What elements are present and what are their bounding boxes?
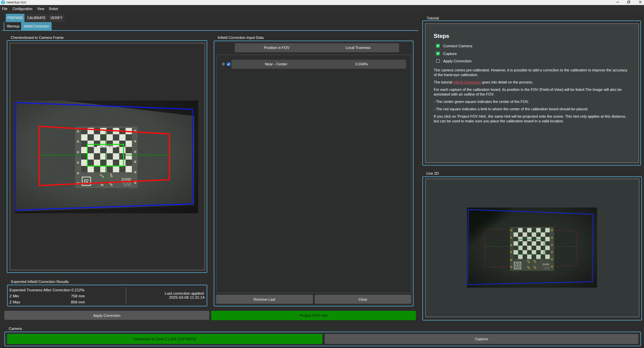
svg-text:| 4.6, 13.7, 862.9|: | 4.6, 13.7, 862.9|	[100, 146, 113, 148]
svg-text:ZiVID: ZiVID	[542, 263, 549, 266]
svg-text:ZiVID: ZiVID	[121, 177, 131, 181]
svg-text:7 x 8 - 30 mm: 7 x 8 - 30 mm	[122, 182, 131, 184]
svg-text:ZVD-CB01: ZVD-CB01	[544, 268, 550, 270]
svg-text:ZVD-CB01: ZVD-CB01	[124, 184, 131, 186]
svg-text:7 x 8 - 30 mm: 7 x 8 - 30 mm	[543, 267, 550, 268]
